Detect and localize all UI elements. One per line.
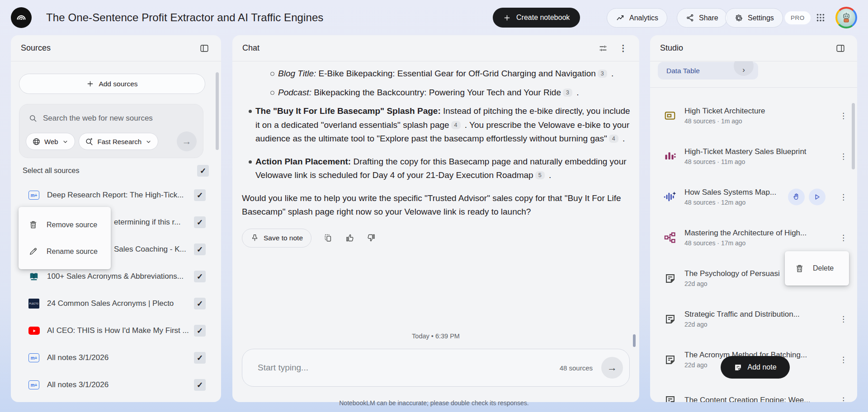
collapse-studio-panel-icon[interactable] [834,42,847,55]
source-checkbox[interactable]: ✓ [194,298,206,309]
studio-panel: Studio Data Table › High Ticket Architec… [650,35,857,402]
youtube-icon [28,327,40,335]
chevron-down-icon [62,138,69,145]
studio-item-more-icon[interactable]: ⋮ [840,152,847,161]
research-mode-label: Fast Research [98,138,142,145]
notebooklm-note-icon: m+ [28,191,39,200]
plus-icon [503,14,511,22]
settings-button[interactable]: Settings [725,8,783,28]
studio-item-more-icon[interactable]: ⋮ [840,233,847,243]
add-note-button[interactable]: Add note [721,356,790,379]
source-row[interactable]: AI CEO: THIS is How I'd Make My First ..… [11,317,221,344]
notebooklm-note-icon: m+ [28,380,39,389]
play-audio-button[interactable] [809,189,826,206]
citation-badge[interactable]: 3 [598,70,607,78]
pro-badge: PRO [785,11,811,24]
menu-item-delete[interactable]: Delete [785,255,849,282]
source-checkbox[interactable]: ✓ [194,271,206,282]
studio-row[interactable]: How Sales Systems Map...48 sources · 12m… [650,177,857,217]
trash-icon [795,264,804,273]
studio-row[interactable]: High-Ticket Mastery Sales Blueprint48 so… [650,136,857,177]
studio-item-title: Mastering the Architecture of High... [684,229,848,238]
source-row[interactable]: m+All notes 3/1/2026✓ [11,344,221,371]
add-sources-button[interactable]: Add sources [19,74,205,94]
research-mode-dropdown[interactable]: Fast Research [79,133,159,150]
notebook-title[interactable]: The One-Sentence Profit Extractor and AI… [46,0,323,35]
interactive-mode-button[interactable] [788,189,805,206]
chat-source-count: 48 sources [560,364,593,372]
report-note-icon [664,272,676,285]
data-table-chip[interactable]: Data Table › [658,62,758,80]
search-submit-button[interactable]: → [177,131,197,151]
globe-icon [32,137,41,146]
sales-playbook-favicon [28,272,39,281]
chat-date-divider: Today • 6:39 PM [232,332,639,340]
sources-scrollbar[interactable] [216,72,219,150]
thumbs-down-icon [367,233,376,243]
studio-row[interactable]: Strategic Traffic and Distribution...22d… [650,299,857,339]
studio-item-more-icon[interactable]: ⋮ [840,314,847,324]
chat-scrollbar[interactable] [633,334,636,347]
source-checkbox[interactable]: ✓ [194,243,206,255]
send-message-button[interactable]: → [601,357,623,379]
menu-item-remove-source[interactable]: Remove source [19,211,111,238]
source-row[interactable]: PLECTO24 Common Sales Acronyms | Plecto✓ [11,290,221,317]
mind-map-icon [664,231,676,244]
source-checkbox[interactable]: ✓ [194,189,206,201]
thumbs-down-button[interactable] [367,233,376,243]
source-row[interactable]: m+Deep Research Report: The High-Tick...… [11,182,221,209]
share-button[interactable]: Share [677,8,727,28]
studio-item-more-icon[interactable]: ⋮ [840,111,847,121]
select-all-row: Select all sources ✓ [23,164,209,177]
copy-response-button[interactable] [324,234,333,243]
citation-badge[interactable]: 4 [609,135,618,143]
select-all-label: Select all sources [23,167,79,175]
search-web-input[interactable] [43,114,192,123]
share-label: Share [699,14,718,22]
source-checkbox[interactable]: ✓ [194,325,206,337]
studio-row[interactable]: The Content Creation Engine: Wee...⋮ [650,380,857,402]
collapse-sources-panel-icon[interactable] [198,42,211,55]
studio-scrollbar[interactable] [852,103,855,169]
analytics-button[interactable]: Analytics [607,8,667,28]
copy-icon [324,234,333,243]
chat-settings-icon[interactable] [596,42,610,55]
source-checkbox[interactable]: ✓ [194,216,206,228]
studio-item-more-icon[interactable]: ⋮ [840,355,847,365]
chip-expand-icon[interactable]: › [734,61,754,76]
disclaimer-text: NotebookLM can be inaccurate; please dou… [0,399,868,407]
google-apps-icon[interactable] [814,11,827,24]
discover-sources-card: Web Fast Research → [19,104,203,158]
audio-overview-icon [663,190,677,204]
studio-row[interactable]: High Ticket Architecture48 sources · 1m … [650,95,857,136]
settings-label: Settings [748,14,774,22]
account-avatar[interactable] [835,7,857,28]
studio-panel-title: Studio [660,43,683,53]
sources-panel-header: Sources [11,35,221,61]
pencil-icon [28,247,38,256]
citation-badge[interactable]: 5 [535,171,545,179]
menu-item-rename-source[interactable]: Rename source [19,238,111,265]
add-note-label: Add note [747,363,776,371]
studio-item-meta: 48 sources · 17m ago [684,239,848,247]
thumbs-up-button[interactable] [345,233,354,243]
create-notebook-button[interactable]: Create notebook [493,8,580,28]
source-checkbox[interactable]: ✓ [194,379,206,391]
chat-more-options-icon[interactable]: ⋮ [617,41,629,55]
studio-item-meta: 22d ago [684,321,848,328]
save-to-note-button[interactable]: Save to note [242,229,311,248]
citation-badge[interactable]: 4 [451,121,461,129]
studio-item-title: High-Ticket Mastery Sales Blueprint [684,147,848,156]
play-icon [813,193,821,201]
analytics-icon [616,14,625,23]
notebooklm-logo-icon[interactable] [11,7,32,28]
studio-item-title: Strategic Traffic and Distribution... [684,310,848,319]
select-all-checkbox[interactable]: ✓ [197,165,209,177]
studio-item-more-icon[interactable]: ⋮ [840,192,847,202]
citation-badge[interactable]: 3 [563,89,572,97]
chat-input[interactable] [258,363,560,373]
web-filter-dropdown[interactable]: Web [26,133,75,150]
source-checkbox[interactable]: ✓ [194,352,206,364]
source-row[interactable]: m+All notes 3/1/2026✓ [11,371,221,398]
studio-context-menu: Delete [785,251,849,286]
